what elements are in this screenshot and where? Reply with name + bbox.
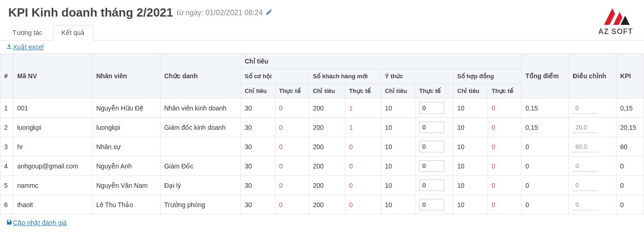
update-label: Cập nhật đánh giá [13, 219, 67, 226]
save-icon [6, 219, 12, 226]
kpi-table: # Mã NV Nhân viên Chức danh Chỉ tiêu Tổn… [0, 53, 644, 214]
cell-code: 001 [13, 98, 92, 118]
cell-adjust [569, 137, 616, 156]
cell-total: 0 [522, 137, 569, 156]
cell-g1t: 0 [275, 195, 309, 214]
sub-chi-2: Chỉ tiêu [309, 84, 345, 98]
cell-g1t: 0 [275, 176, 309, 195]
cell-g2c: 200 [309, 156, 345, 176]
cell-g3t [415, 156, 454, 176]
cell-g1t: 0 [275, 156, 309, 176]
g3t-input[interactable] [419, 180, 444, 191]
cell-total: 0 [522, 195, 569, 214]
cell-index: 4 [0, 156, 13, 176]
g3t-input[interactable] [419, 141, 444, 152]
adjust-input[interactable] [573, 180, 598, 191]
export-excel-button[interactable]: Xuất excel [6, 43, 44, 51]
cell-index: 5 [0, 176, 13, 195]
cell-adjust [569, 176, 616, 195]
cell-g1c: 30 [241, 156, 275, 176]
cell-g1c: 30 [241, 176, 275, 195]
cell-total: 0,15 [522, 118, 569, 137]
sub-thuc-2: Thực tế [345, 84, 381, 98]
cell-adjust [569, 195, 616, 214]
cell-name: Lê Thu Thảo [92, 195, 161, 214]
g3t-input[interactable] [419, 122, 444, 133]
cell-g4t: 0 [488, 118, 522, 137]
cell-total: 0 [522, 156, 569, 176]
page-subtitle: từ ngày: 01/02/2021 08:24 [177, 8, 263, 17]
logo: AZ SOFT [598, 6, 633, 36]
cell-index: 3 [0, 137, 13, 156]
cell-code: anhgoup@gmail.com [13, 156, 92, 176]
cell-g1t: 0 [275, 137, 309, 156]
cell-g1c: 30 [241, 195, 275, 214]
cell-g1t: 0 [275, 118, 309, 137]
cell-g2t: 0 [345, 195, 381, 214]
svg-marker-0 [604, 8, 615, 25]
cell-g2t: 0 [345, 176, 381, 195]
cell-name: luongkpi [92, 118, 161, 137]
col-group-3: Ý thức [381, 69, 453, 84]
cell-name: Nhân sự [92, 137, 161, 156]
cell-role [160, 137, 241, 156]
cell-g3c: 10 [381, 176, 415, 195]
cell-g4c: 10 [454, 98, 488, 118]
adjust-input[interactable] [573, 199, 598, 210]
cell-g4t: 0 [488, 156, 522, 176]
cell-role: Giám Đốc [160, 156, 241, 176]
g3t-input[interactable] [419, 160, 444, 172]
cell-kpi: 0 [616, 176, 644, 195]
cell-kpi: 20,15 [616, 118, 644, 137]
cell-adjust [569, 156, 616, 176]
cell-role: Trưởng phòng [160, 195, 241, 214]
sub-thuc-4: Thực tế [488, 84, 522, 98]
col-group-1: Số cơ hội [241, 69, 309, 84]
cell-index: 6 [0, 195, 13, 214]
cell-g2t: 0 [345, 137, 381, 156]
cell-index: 1 [0, 98, 13, 118]
cell-g1c: 30 [241, 137, 275, 156]
cell-total: 0,15 [522, 98, 569, 118]
table-row: 6thaoltLê Thu ThảoTrưởng phòng3002000101… [0, 195, 644, 214]
cell-name: Nguyễn Văn Nam [92, 176, 161, 195]
table-row: 5nammcNguyễn Văn NamĐại lý30020001010000 [0, 176, 644, 195]
cell-g1c: 30 [241, 118, 275, 137]
table-row: 3hrNhân sự300200010100060 [0, 137, 644, 156]
tabs: Tương tác Kết quả [0, 24, 644, 41]
edit-icon[interactable] [265, 8, 273, 17]
adjust-input[interactable] [573, 161, 598, 172]
adjust-input[interactable] [573, 103, 598, 114]
cell-g2c: 200 [309, 137, 345, 156]
col-group-2: Số khách hàng mới [309, 69, 381, 84]
tab-interaction[interactable]: Tương tác [4, 25, 51, 40]
sub-chi-3: Chỉ tiêu [381, 84, 415, 98]
col-role: Chức danh [160, 54, 241, 98]
cell-g2c: 200 [309, 98, 345, 118]
cell-g4t: 0 [488, 98, 522, 118]
g3t-input[interactable] [419, 199, 444, 210]
cell-g3t [415, 195, 454, 214]
cell-g4t: 0 [488, 195, 522, 214]
sub-thuc-1: Thực tế [275, 84, 309, 98]
export-label: Xuất excel [13, 43, 44, 51]
cell-g4c: 10 [454, 156, 488, 176]
update-evaluation-button[interactable]: Cập nhật đánh giá [6, 219, 67, 226]
table-row: 4anhgoup@gmail.comNguyễn AnhGiám Đốc3002… [0, 156, 644, 176]
adjust-input[interactable] [573, 141, 598, 152]
g3t-input[interactable] [419, 102, 444, 114]
cell-g3c: 10 [381, 156, 415, 176]
cell-g3t [415, 118, 454, 137]
cell-g3c: 10 [381, 137, 415, 156]
adjust-input[interactable] [573, 122, 598, 133]
cell-kpi: 60 [616, 137, 644, 156]
cell-kpi: 0 [616, 195, 644, 214]
cell-g1t: 0 [275, 98, 309, 118]
cell-code: nammc [13, 176, 92, 195]
cell-name: Nguyễn Hữu Đệ [92, 98, 161, 118]
cell-name: Nguyễn Anh [92, 156, 161, 176]
cell-role: Nhân viên kinh doanh [160, 98, 241, 118]
tab-result[interactable]: Kết quả [53, 25, 94, 41]
cell-adjust [569, 118, 616, 137]
cell-g4c: 10 [454, 176, 488, 195]
